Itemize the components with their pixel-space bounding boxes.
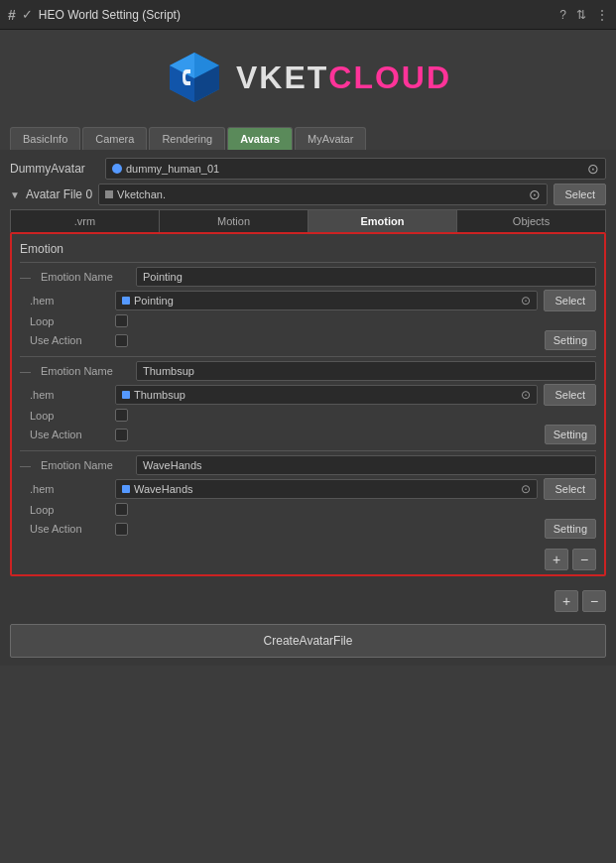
emotion-name-row-0: — Emotion Name Pointing [20,267,596,287]
emotion-name-field-1[interactable]: Thumbsup [136,361,596,381]
emotion-name-value-2: WaveHands [143,459,202,471]
hem-field-2[interactable]: WaveHands ⊙ [115,479,538,499]
logo-area: VKETCLOUD [0,30,616,121]
vket-text: VKET [236,60,328,95]
emotion-item-2: — Emotion Name WaveHands .hem WaveHands … [20,450,596,539]
avatar-file-value: Vketchan. [117,188,166,200]
hem-field-0[interactable]: Pointing ⊙ [115,291,538,310]
hem-field-1[interactable]: Thumbsup ⊙ [115,385,538,405]
emotion-panel: Emotion — Emotion Name Pointing .hem Poi… [10,232,606,576]
use-action-label-2: Use Action [20,523,109,535]
hem-label-2: .hem [20,483,109,495]
emotion-name-label-0: Emotion Name [41,271,130,283]
cloud-text: CLOUD [328,60,451,95]
hem-select-button-1[interactable]: Select [544,384,596,406]
outer-add-button[interactable]: + [554,590,578,612]
loop-checkbox-1[interactable] [115,409,128,422]
dummy-avatar-field[interactable]: dummy_human_01 ⊙ [105,158,606,180]
emotion-item-1: — Emotion Name Thumbsup .hem Thumbsup ⊙ … [20,356,596,444]
use-action-checkbox-2[interactable] [115,523,128,536]
title-bar-left: # ✓ HEO World Setting (Script) [8,7,559,23]
hem-value-1: Thumbsup [134,389,185,401]
emotion-name-row-1: — Emotion Name Thumbsup [20,361,596,381]
emotion-name-value-1: Thumbsup [143,365,194,377]
avatar-file-target-icon[interactable]: ⊙ [529,186,541,202]
use-action-label-1: Use Action [20,429,109,440]
avatar-file-select-button[interactable]: Select [554,184,606,205]
loop-checkbox-0[interactable] [115,314,128,327]
hash-icon: # [8,7,16,23]
outer-remove-button[interactable]: − [582,590,606,612]
use-action-setting-button-0[interactable]: Setting [545,330,596,350]
use-action-setting-button-2[interactable]: Setting [545,519,596,539]
avatar-file-label: Avatar File 0 [26,187,92,201]
panel-footer: + − [20,545,596,570]
hem-dot-icon-1 [122,391,130,399]
tab-basicinfo[interactable]: BasicInfo [10,127,80,150]
dummy-avatar-row: DummyAvatar dummy_human_01 ⊙ [10,158,606,180]
tab-camera[interactable]: Camera [82,127,147,150]
emotion-name-label-1: Emotion Name [41,365,130,377]
use-action-checkbox-1[interactable] [115,429,128,441]
use-action-setting-button-1[interactable]: Setting [545,425,596,444]
loop-label-1: Loop [20,410,109,422]
loop-row-0: Loop [20,314,596,327]
hem-select-button-0[interactable]: Select [544,290,596,311]
hem-dot-icon-0 [122,297,130,305]
tab-avatars[interactable]: Avatars [227,127,293,150]
dash-icon-1: — [20,365,31,377]
loop-checkbox-2[interactable] [115,503,128,516]
sub-tab-emotion[interactable]: Emotion [308,210,457,232]
logo-text: VKETCLOUD [236,60,451,96]
loop-row-2: Loop [20,503,596,516]
dash-icon-2: — [20,459,31,471]
create-avatar-file-button[interactable]: CreateAvatarFile [10,624,606,658]
sub-tab-vrm[interactable]: .vrm [11,210,160,232]
hem-label-1: .hem [20,389,109,401]
sub-tab-bar: .vrm Motion Emotion Objects [10,209,606,232]
window-title: HEO World Setting (Script) [39,8,181,22]
loop-label-2: Loop [20,504,109,516]
emotion-name-value-0: Pointing [143,271,183,283]
emotion-item-0: — Emotion Name Pointing .hem Pointing ⊙ … [20,262,596,350]
create-button-row: CreateAvatarFile [0,618,616,666]
vket-logo-icon [165,48,224,107]
check-icon: ✓ [22,7,33,22]
help-icon[interactable]: ? [559,8,566,22]
emotion-name-row-2: — Emotion Name WaveHands [20,455,596,475]
use-action-row-0: Use Action Setting [20,330,596,350]
target-icon[interactable]: ⊙ [587,161,599,177]
hem-target-icon-2[interactable]: ⊙ [521,482,531,496]
emotion-panel-header: Emotion [20,242,596,256]
avatar-file-field[interactable]: Vketchan. ⊙ [98,184,548,205]
hem-target-icon-0[interactable]: ⊙ [521,294,531,308]
menu-icon[interactable]: ⋮ [596,8,608,22]
title-bar: # ✓ HEO World Setting (Script) ? ⇅ ⋮ [0,0,616,30]
tab-bar: BasicInfo Camera Rendering Avatars MyAva… [0,121,616,150]
panel-remove-button[interactable]: − [572,549,596,570]
emotion-name-field-0[interactable]: Pointing [136,267,596,287]
object-dot-icon [112,164,122,174]
hem-row-1: .hem Thumbsup ⊙ Select [20,384,596,406]
emotion-name-field-2[interactable]: WaveHands [136,455,596,475]
use-action-label-0: Use Action [20,334,109,346]
hem-target-icon-1[interactable]: ⊙ [521,388,531,402]
hem-select-button-2[interactable]: Select [544,478,596,500]
title-bar-right: ? ⇅ ⋮ [559,8,608,22]
triangle-icon: ▼ [10,189,20,200]
sub-tab-objects[interactable]: Objects [457,210,605,232]
panel-add-button[interactable]: + [545,549,568,570]
tab-rendering[interactable]: Rendering [149,127,225,150]
sub-tab-motion[interactable]: Motion [160,210,308,232]
settings-icon[interactable]: ⇅ [576,8,586,22]
hem-label-0: .hem [20,295,109,307]
dummy-avatar-label: DummyAvatar [10,162,99,176]
use-action-row-1: Use Action Setting [20,425,596,444]
hem-value-2: WaveHands [134,483,193,495]
outer-footer: + − [0,584,616,618]
use-action-checkbox-0[interactable] [115,334,128,347]
tab-myavatar[interactable]: MyAvatar [295,127,366,150]
hem-dot-icon-2 [122,485,130,493]
hem-row-2: .hem WaveHands ⊙ Select [20,478,596,500]
hem-value-0: Pointing [134,295,174,307]
